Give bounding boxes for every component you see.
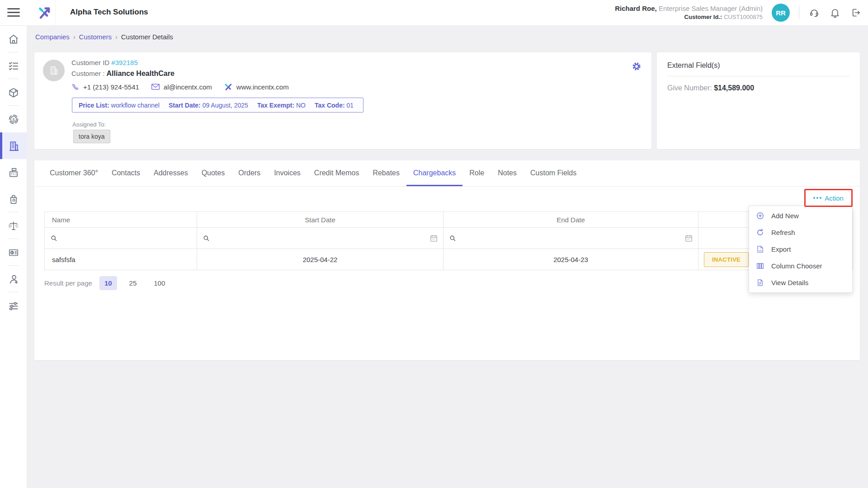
tab-chargebacks[interactable]: Chargebacks <box>406 169 462 186</box>
user-avatar[interactable]: RR <box>772 4 790 22</box>
filter-start-date-cell[interactable] <box>197 228 443 249</box>
result-per-page-label: Result per page <box>44 279 92 287</box>
support-headset-icon[interactable] <box>808 7 820 19</box>
hamburger-menu-icon[interactable] <box>7 8 20 17</box>
user-role: Enterprise Sales Manager (Admin) <box>659 5 763 12</box>
sidebar-nav: $ D C <box>0 26 27 488</box>
phone-icon <box>71 83 80 91</box>
tab-orders[interactable]: Orders <box>231 169 267 186</box>
pagination: Result per page 10 25 100 <box>44 276 170 290</box>
calendar-icon[interactable] <box>429 234 438 243</box>
header-divider <box>799 6 799 19</box>
tab-addresses[interactable]: Addresses <box>147 169 195 186</box>
sidebar-item-orders[interactable] <box>0 186 27 212</box>
breadcrumb-companies[interactable]: Companies <box>35 33 70 41</box>
view-details-icon <box>755 278 764 287</box>
sidebar-item-reports[interactable] <box>0 239 27 266</box>
assigned-to-label: Assigned To: <box>72 121 106 128</box>
svg-text:C: C <box>15 224 19 228</box>
customer-phone: +1 (213) 924-5541 <box>71 83 139 91</box>
tab-notes[interactable]: Notes <box>491 169 524 186</box>
customer-detail-tabs-card: Customer 360° Contacts Addresses Quotes … <box>34 160 860 360</box>
tax-exempt-value: NO <box>296 102 306 109</box>
export-xls-icon: xls <box>755 245 764 254</box>
notifications-bell-icon[interactable] <box>829 7 841 19</box>
ellipsis-icon <box>813 197 821 199</box>
customer-id-value: CUST1000875 <box>724 14 763 20</box>
column-header-start-date[interactable]: Start Date <box>197 212 443 228</box>
column-header-end-date[interactable]: End Date <box>443 212 698 228</box>
sidebar-item-debit-credit[interactable]: D C <box>0 212 27 239</box>
sidebar-item-companies[interactable] <box>0 132 27 159</box>
incentx-logo-icon <box>37 5 52 20</box>
billing-register-icon <box>8 167 19 178</box>
search-icon <box>51 235 57 242</box>
sidebar-item-add-user[interactable] <box>0 266 27 292</box>
cell-end-date: 2025-04-23 <box>443 249 698 270</box>
filter-name-cell[interactable] <box>45 228 197 249</box>
tab-credit-memos[interactable]: Credit Memos <box>307 169 366 186</box>
breadcrumb-customers[interactable]: Customers <box>79 33 112 41</box>
external-fields-card: External Field(s) Give Number: $14,589.0… <box>657 52 860 149</box>
tab-rebates[interactable]: Rebates <box>366 169 406 186</box>
companies-building-icon <box>8 140 19 152</box>
building-icon <box>48 65 59 76</box>
tab-contacts[interactable]: Contacts <box>105 169 147 186</box>
action-button-label: Action <box>825 194 844 202</box>
user-info: Richard Roe, Enterprise Sales Manager (A… <box>615 4 763 21</box>
tax-code-value: 01 <box>347 102 354 109</box>
filter-end-date-cell[interactable] <box>443 228 698 249</box>
cell-name: safsfsfa <box>45 249 197 270</box>
menu-item-add-new[interactable]: Add New <box>749 207 852 224</box>
external-fields-title: External Field(s) <box>667 61 720 70</box>
menu-item-view-details[interactable]: View Details <box>749 274 852 291</box>
tab-customer-360[interactable]: Customer 360° <box>43 169 105 186</box>
tab-quotes[interactable]: Quotes <box>195 169 232 186</box>
page-size-100[interactable]: 100 <box>149 276 170 290</box>
sidebar-item-billing[interactable] <box>0 159 27 186</box>
company-name: Alpha Tech Solutions <box>70 8 148 17</box>
sidebar-item-home[interactable] <box>0 26 27 52</box>
calendar-icon[interactable] <box>684 234 693 243</box>
payments-coin-icon: $ <box>8 113 19 125</box>
price-list-value: workflow channel <box>111 102 160 109</box>
logout-icon[interactable] <box>850 7 862 19</box>
page-size-10[interactable]: 10 <box>99 276 117 290</box>
customer-name-label: Customer : <box>71 70 104 77</box>
sidebar-item-products[interactable] <box>0 79 27 106</box>
menu-item-export[interactable]: xls Export <box>749 241 852 258</box>
action-button[interactable]: Action <box>804 189 853 207</box>
give-number-label: Give Number: <box>667 84 712 92</box>
page-size-25[interactable]: 25 <box>124 276 142 290</box>
column-header-name[interactable]: Name <box>45 212 197 228</box>
add-user-icon <box>8 273 19 285</box>
tab-custom-fields[interactable]: Custom Fields <box>524 169 583 186</box>
tax-code-label: Tax Code: <box>315 102 345 109</box>
breadcrumb-current: Customer Details <box>121 33 173 41</box>
customer-name: Alliance HealthCare <box>107 70 175 77</box>
table-header-row: Name Start Date End Date <box>45 212 853 228</box>
tab-role[interactable]: Role <box>462 169 491 186</box>
orders-bag-icon <box>8 193 19 205</box>
breadcrumb-separator: › <box>73 33 75 41</box>
customer-website: www.incentx.com <box>224 82 289 91</box>
cell-start-date: 2025-04-22 <box>197 249 443 270</box>
sidebar-item-tasks[interactable] <box>0 52 27 79</box>
customer-settings-gear-icon[interactable] <box>632 61 642 71</box>
app-header: Alpha Tech Solutions Richard Roe, Enterp… <box>0 0 868 26</box>
app-logo[interactable] <box>33 0 56 25</box>
table-row[interactable]: safsfsfa 2025-04-22 2025-04-23 INACTIVE <box>45 249 853 270</box>
customer-avatar <box>43 60 65 81</box>
sidebar-item-settings[interactable] <box>0 292 27 319</box>
tab-invoices[interactable]: Invoices <box>267 169 307 186</box>
action-dropdown-menu: Add New Refresh xls Export Column <box>749 206 853 293</box>
assigned-to-chip: tora koya <box>73 130 110 143</box>
breadcrumb: Companies › Customers › Customer Details <box>35 33 173 41</box>
debit-credit-scale-icon: D C <box>8 220 19 232</box>
customer-summary-card: Customer ID #392185 Customer : Alliance … <box>34 52 651 149</box>
menu-item-refresh[interactable]: Refresh <box>749 224 852 241</box>
reports-icon <box>8 247 19 258</box>
menu-item-column-chooser[interactable]: Column Chooser <box>749 258 852 274</box>
sidebar-item-payments[interactable]: $ <box>0 106 27 132</box>
home-icon <box>8 33 19 45</box>
